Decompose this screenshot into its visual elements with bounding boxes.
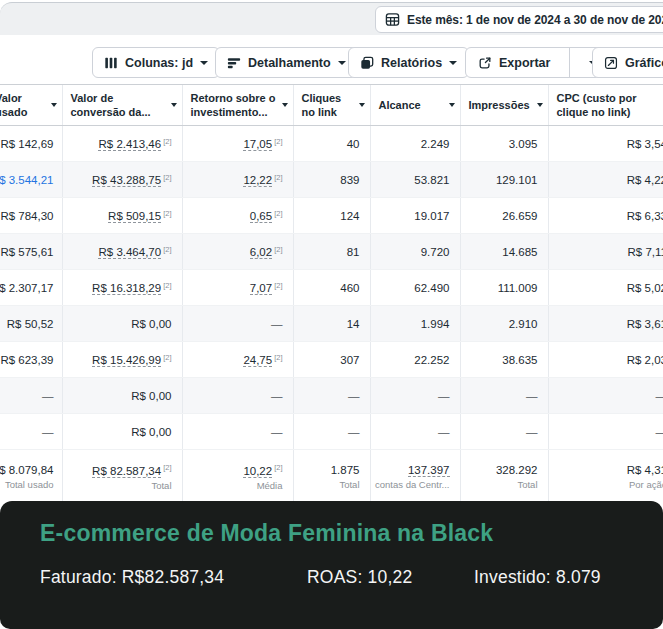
table-cell: —	[548, 414, 663, 450]
cell-sublabel: Total usado	[0, 479, 54, 490]
cell-value[interactable]: R$ 3.544,21	[0, 174, 54, 186]
cell-value: R$ 4,22	[627, 174, 663, 186]
caret-down-icon	[449, 61, 457, 65]
breakdown-button[interactable]: Detalhamento	[215, 47, 358, 78]
cell-value: —	[438, 426, 450, 438]
table-cell: 62.490	[370, 270, 460, 306]
cell-value: R$ 2.307,17	[0, 282, 54, 294]
cell-value: —	[42, 390, 54, 402]
reports-button[interactable]: Relatórios	[348, 47, 469, 78]
table-row[interactable]: R$ 142,69R$ 2.413,46[2]17,05[2]402.2493.…	[0, 126, 663, 162]
cell-value: R$ 0,00	[131, 318, 171, 330]
cell-value: —	[348, 426, 360, 438]
reports-button-label: Relatórios	[381, 56, 442, 70]
cell-value[interactable]: 17,05	[243, 138, 272, 151]
table-row[interactable]: R$ 3.544,21R$ 43.288,75[2]12,22[2]83953.…	[0, 162, 663, 198]
table-cell: 9.720	[370, 234, 460, 270]
table-cell: 307	[293, 342, 370, 378]
table-cell: —	[293, 414, 370, 450]
columns-button[interactable]: Colunas: jd	[92, 47, 220, 78]
export-button[interactable]: Exportar	[466, 48, 562, 77]
column-header-label: Alcance	[379, 99, 421, 111]
export-icon	[478, 56, 492, 70]
sort-caret-icon	[51, 103, 57, 107]
cell-value[interactable]: 12,22	[243, 174, 272, 187]
table-row[interactable]: R$ 50,52R$ 0,00—141.9942.910R$ 3,61	[0, 306, 663, 342]
column-header[interactable]: Impressões	[460, 85, 548, 126]
table-row[interactable]: R$ 2.307,17R$ 16.318,29[2]7,07[2]46062.4…	[0, 270, 663, 306]
cell-value: 62.490	[414, 282, 449, 294]
column-header[interactable]: Valor de conversão da...	[62, 85, 182, 126]
cell-value: R$ 8.079,84	[0, 464, 54, 476]
cell-value: 460	[340, 282, 359, 294]
cell-value[interactable]: R$ 43.288,75	[92, 174, 161, 187]
cell-value[interactable]: R$ 509,15	[108, 210, 161, 223]
cell-value: —	[438, 390, 450, 402]
cell-value: 9.720	[421, 246, 450, 258]
cell-value[interactable]: R$ 82.587,34	[92, 465, 161, 478]
column-header-label: Cliques no link	[302, 92, 342, 118]
table-cell: 839	[293, 162, 370, 198]
table-cell: 10,22[2]Média	[182, 450, 293, 502]
cell-value: R$ 2,03	[627, 354, 663, 366]
table-cell: 460	[293, 270, 370, 306]
table-cell: 328.292Total	[460, 450, 548, 502]
table-row[interactable]: R$ 623,39R$ 15.426,99[2]24,75[2]30722.25…	[0, 342, 663, 378]
column-header[interactable]: CPC (custo por clique no link)	[548, 85, 663, 126]
table-cell: —	[370, 378, 460, 414]
cell-value: —	[271, 318, 283, 330]
breakdown-icon	[227, 56, 241, 70]
ref-marker: [2]	[163, 173, 171, 182]
column-header[interactable]: Valor usado	[0, 85, 62, 126]
table-cell: —	[460, 414, 548, 450]
table-cell: —	[460, 378, 548, 414]
table-row[interactable]: —R$ 0,00—————	[0, 378, 663, 414]
column-header-label: CPC (custo por clique no link)	[557, 92, 637, 118]
date-range-button[interactable]: Este mês: 1 de nov de 2024 a 30 de nov d…	[375, 6, 663, 33]
table-cell: R$ 623,39	[0, 342, 62, 378]
cell-value: R$ 50,52	[7, 318, 54, 330]
table-cell: —	[182, 306, 293, 342]
cell-value[interactable]: 7,07	[250, 282, 272, 295]
ref-marker: [2]	[163, 281, 171, 290]
column-header[interactable]: Cliques no link	[293, 85, 370, 126]
cell-value: 1.875	[331, 464, 360, 476]
stat-investido: Investido: 8.079	[474, 567, 601, 588]
table-cell: R$ 16.318,29[2]	[62, 270, 182, 306]
table-cell: R$ 0,00	[62, 378, 182, 414]
charts-button[interactable]: Gráficos	[592, 47, 663, 78]
cell-value[interactable]: 24,75	[243, 354, 272, 367]
cell-value[interactable]: R$ 16.318,29	[92, 282, 161, 295]
ref-marker: [2]	[163, 353, 171, 362]
cell-value[interactable]: R$ 2.413,46	[98, 138, 161, 151]
reports-icon	[360, 56, 374, 70]
table-row[interactable]: R$ 784,30R$ 509,15[2]0,65[2]12419.01726.…	[0, 198, 663, 234]
cell-value: 129.101	[496, 174, 538, 186]
cell-value: R$ 6,33	[627, 210, 663, 222]
cell-value[interactable]: 0,65	[250, 210, 272, 223]
table-cell: R$ 43.288,75[2]	[62, 162, 182, 198]
cell-value[interactable]: R$ 15.426,99	[92, 354, 161, 367]
cell-value: —	[42, 426, 54, 438]
cell-value[interactable]: 10,22	[243, 465, 272, 478]
table-cell: 124	[293, 198, 370, 234]
table-cell: 6,02[2]	[182, 234, 293, 270]
table-cell: —	[182, 378, 293, 414]
table-cell: 2.249	[370, 126, 460, 162]
cell-value[interactable]: 137.397	[408, 464, 450, 477]
column-header[interactable]: Alcance	[370, 85, 460, 126]
cell-value: —	[526, 390, 538, 402]
cell-value[interactable]: 6,02	[250, 246, 272, 259]
results-banner: E-commerce de Moda Feminina na Black Fat…	[0, 501, 663, 629]
ref-marker: [2]	[274, 353, 282, 362]
table-row[interactable]: R$ 575,61R$ 3.464,70[2]6,02[2]819.72014.…	[0, 234, 663, 270]
cell-value: 40	[347, 138, 360, 150]
cell-value: 307	[340, 354, 359, 366]
table-cell: 22.252	[370, 342, 460, 378]
cell-value[interactable]: R$ 3.464,70	[98, 246, 161, 259]
cell-value: R$ 623,39	[0, 354, 53, 366]
column-header[interactable]: Retorno sobre o investimento...	[182, 85, 293, 126]
cell-value: 3.095	[509, 138, 538, 150]
table-row[interactable]: —R$ 0,00—————	[0, 414, 663, 450]
sort-caret-icon	[537, 103, 543, 107]
